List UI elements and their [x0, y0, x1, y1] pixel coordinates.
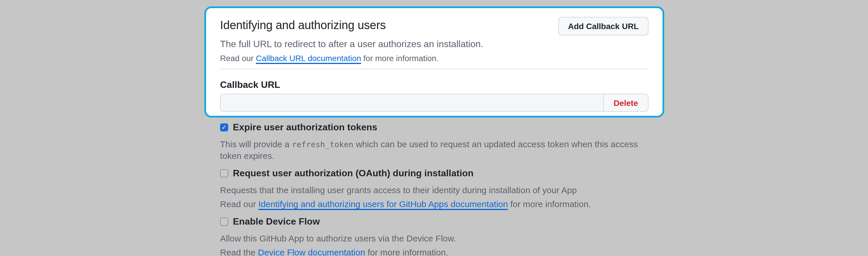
authorization-options: ✓ Expire user authorization tokens This … [220, 118, 652, 256]
section-header: Identifying and authorizing users Add Ca… [220, 17, 649, 35]
oauth-note: Requests that the installing user grants… [220, 185, 652, 196]
oauth-doc-line: Read our Identifying and authorizing use… [220, 198, 652, 210]
expire-tokens-group: ✓ Expire user authorization tokens This … [220, 121, 652, 162]
callback-url-doc-link[interactable]: Callback URL documentation [256, 54, 361, 63]
check-icon: ✓ [221, 124, 227, 130]
expire-tokens-checkbox[interactable]: ✓ [220, 123, 228, 131]
doc-line-prefix: Read our [220, 54, 256, 63]
expire-tokens-row: ✓ Expire user authorization tokens [220, 121, 652, 134]
callback-doc-line: Read our Callback URL documentation for … [220, 53, 649, 64]
identifying-users-doc-link[interactable]: Identifying and authorizing users for Gi… [258, 199, 508, 209]
callback-url-input-group: Delete [220, 94, 649, 112]
expire-tokens-note: This will provide a refresh_token which … [220, 138, 652, 162]
section-title: Identifying and authorizing users [220, 17, 386, 33]
oauth-during-install-checkbox[interactable] [220, 169, 228, 178]
device-flow-note: Allow this GitHub App to authorize users… [220, 233, 652, 244]
note-text: for more information. [508, 199, 591, 209]
settings-page: Identifying and authorizing users Add Ca… [0, 0, 868, 256]
device-flow-doc-link[interactable]: Device Flow documentation [258, 247, 365, 256]
callback-url-label: Callback URL [220, 78, 649, 91]
device-flow-checkbox[interactable] [220, 218, 228, 226]
device-flow-group: Enable Device Flow Allow this GitHub App… [220, 215, 652, 256]
delete-callback-url-button[interactable]: Delete [603, 94, 648, 111]
section-description: The full URL to redirect to after a user… [220, 38, 649, 51]
device-flow-label[interactable]: Enable Device Flow [233, 215, 320, 229]
callback-url-input[interactable] [221, 94, 603, 111]
oauth-during-install-row: Request user authorization (OAuth) durin… [220, 166, 652, 180]
add-callback-url-button[interactable]: Add Callback URL [558, 17, 649, 35]
doc-line-suffix: for more information. [361, 54, 439, 63]
note-text: for more information. [365, 247, 448, 256]
expire-tokens-label[interactable]: Expire user authorization tokens [233, 121, 377, 134]
device-flow-doc-line: Read the Device Flow documentation for m… [220, 247, 652, 256]
identifying-authorizing-users-section: Identifying and authorizing users Add Ca… [204, 6, 664, 118]
note-text: This will provide a [220, 139, 292, 149]
oauth-during-install-label[interactable]: Request user authorization (OAuth) durin… [233, 166, 473, 180]
note-text: Read our [220, 199, 258, 209]
note-text: Read the [220, 247, 258, 256]
divider [220, 69, 649, 69]
device-flow-row: Enable Device Flow [220, 215, 652, 229]
oauth-during-install-group: Request user authorization (OAuth) durin… [220, 166, 652, 210]
refresh-token-code: refresh_token [292, 140, 353, 149]
